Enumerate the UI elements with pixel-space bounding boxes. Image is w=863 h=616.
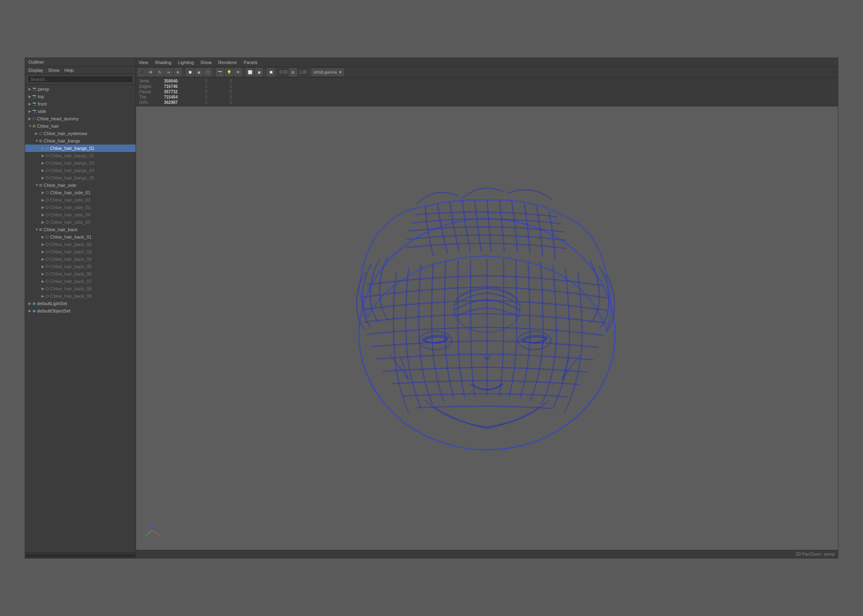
verts-sel: 0 [205, 78, 230, 84]
outliner-item-chloe_hair[interactable]: ▼⊞Chloe_hair [25, 122, 136, 130]
outliner-item-front[interactable]: ▶📷front [25, 100, 136, 108]
outliner-horizontal-scrollbar[interactable] [25, 552, 136, 558]
toolbar-sep-6 [309, 69, 310, 76]
menu-renderer[interactable]: Renderer [218, 60, 237, 65]
outliner-item-chloe_hair_side_04[interactable]: ▶⬡Chloe_hair_side_04 [25, 211, 136, 218]
edges-label: Edges: [139, 84, 164, 89]
toolbar-label-zoom: 1.00 [299, 70, 307, 74]
svg-line-4 [152, 530, 159, 535]
toolbar-btn-symmetry[interactable]: ⬡ [204, 68, 212, 76]
outliner-item-side[interactable]: ▶📷side [25, 108, 136, 115]
viewport-panel: View Shading Lighting Show Renderer Pane… [136, 58, 838, 558]
edges-total: 0 [230, 84, 254, 89]
toolbar-btn-smooth[interactable]: ◼ [255, 68, 263, 76]
outliner-item-chloe_hair_side_05[interactable]: ▶⬡Chloe_hair_side_05 [25, 218, 136, 226]
tris-sel: 0 [205, 94, 230, 100]
viewport-canvas[interactable]: X Y Z [136, 106, 838, 550]
toolbar-btn-resolution[interactable]: 🔲 [267, 68, 275, 76]
outliner-item-defaultLightSet[interactable]: ▶◉defaultLightSet [25, 300, 136, 307]
outliner-list: ▶📷persp▶📷top▶📷front▶📷side▶⬡Chloe_head_du… [25, 85, 136, 552]
gamma-dropdown[interactable]: sRGB gamma ▼ [312, 69, 344, 76]
menu-shading[interactable]: Shading [155, 60, 171, 65]
outliner-item-top[interactable]: ▶📷top [25, 93, 136, 100]
outliner-item-defaultObjectSet[interactable]: ▶◉defaultObjectSet [25, 307, 136, 315]
outliner-item-chloe_hair_side_02[interactable]: ▶⬡Chloe_hair_side_02 [25, 196, 136, 204]
svg-point-2 [518, 331, 551, 349]
toolbar-sep-3 [244, 69, 244, 76]
toolbar-btn-soft[interactable]: ◉ [195, 68, 203, 76]
toolbar-btn-wireframe[interactable]: ⬜ [246, 68, 254, 76]
outliner-item-chloe_hair_back_08[interactable]: ▶⬡Chloe_hair_back_08 [25, 285, 136, 292]
toolbar-btn-snap[interactable]: 🔲 [186, 68, 194, 76]
toolbar-sep-2 [214, 69, 214, 76]
outliner-item-persp[interactable]: ▶📷persp [25, 85, 136, 93]
edges-sel: 0 [205, 84, 230, 89]
uvs-value: 362987 [164, 100, 205, 105]
outliner-item-chloe_hair_back_06[interactable]: ▶⬡Chloe_hair_back_06 [25, 270, 136, 278]
outliner-item-chloe_hair_back_03[interactable]: ▶⬡Chloe_hair_back_03 [25, 248, 136, 255]
outliner-item-chloe_hair_back_01[interactable]: ▶⬡Chloe_hair_back_01 [25, 233, 136, 241]
edges-value: 716746 [164, 84, 205, 89]
outliner-item-chloe_hair_bangs_04[interactable]: ▶⬡Chloe_hair_bangs_04 [25, 167, 136, 174]
toolbar-btn-camera[interactable]: 📷 [216, 68, 224, 76]
toolbar-sep-5 [277, 69, 277, 76]
verts-label: Verts: [139, 78, 164, 84]
svg-line-6 [146, 530, 152, 535]
toolbar-btn-light[interactable]: 💡 [225, 68, 233, 76]
outliner-item-chloe_hair_back[interactable]: ▼⊞Chloe_hair_back [25, 226, 136, 233]
toolbar-btn-coord[interactable]: ⊞ [289, 68, 297, 76]
outliner-item-chloe_hair_bangs_02[interactable]: ▶⬡Chloe_hair_bangs_02 [25, 152, 136, 159]
toolbar-sep-4 [265, 69, 265, 76]
viewport-footer: 2D Pan/Zoom : persp [136, 550, 838, 558]
faces-total: 0 [230, 89, 254, 94]
toolbar-btn-move[interactable]: ✥ [147, 68, 155, 76]
toolbar-btn-select[interactable]: ⬛ [138, 68, 146, 76]
toolbar-sep-1 [184, 69, 184, 76]
tris-value: 715454 [164, 94, 205, 100]
toolbar-btn-rotate[interactable]: ↻ [156, 68, 164, 76]
viewport-menubar: View Shading Lighting Show Renderer Pane… [136, 58, 838, 67]
viewport-toolbar: ⬛ ✥ ↻ ⇔ ⊕ 🔲 ◉ ⬡ 📷 💡 👁 ⬜ ◼ 🔲 0.00 ⊞ 1.00 … [136, 67, 838, 78]
outliner-title: Outliner [25, 58, 136, 67]
outliner-item-chloe_hair_bangs_05[interactable]: ▶⬡Chloe_hair_bangs_05 [25, 174, 136, 182]
toolbar-label-coord: 0.00 [279, 70, 287, 74]
toolbar-btn-show-hide[interactable]: 👁 [234, 68, 242, 76]
faces-label: Faces: [139, 89, 164, 94]
uvs-sel: 0 [205, 100, 230, 105]
outliner-item-chloe_hair_back_09[interactable]: ▶⬡Chloe_hair_back_09 [25, 292, 136, 300]
outliner-item-chloe_hair_bangs[interactable]: ▼⊞Chloe_hair_bangs [25, 137, 136, 145]
outliner-menu-help[interactable]: Help [65, 68, 74, 73]
menu-lighting[interactable]: Lighting [178, 60, 194, 65]
outliner-item-chloe_hair_back_07[interactable]: ▶⬡Chloe_hair_back_07 [25, 278, 136, 285]
outliner-item-chloe_hair_bangs_01[interactable]: ▶⬡Chloe_hair_bangs_01 [25, 145, 136, 152]
outliner-menu-display[interactable]: Display [28, 68, 43, 73]
outliner-item-chloe_hair_eyebrows[interactable]: ▶⬡Chloe_hair_eyebrows [25, 130, 136, 137]
faces-value: 357732 [164, 89, 205, 94]
toolbar-btn-universal[interactable]: ⊕ [174, 68, 182, 76]
menu-show[interactable]: Show [201, 60, 212, 65]
outliner-search-bar [25, 74, 136, 85]
menu-view[interactable]: View [138, 60, 148, 65]
outliner-menu: Display Show Help [25, 67, 136, 74]
tris-total: 0 [230, 94, 254, 100]
faces-sel: 0 [205, 89, 230, 94]
outliner-item-chloe_hair_back_04[interactable]: ▶⬡Chloe_hair_back_04 [25, 255, 136, 263]
outliner-item-chloe_hair_back_02[interactable]: ▶⬡Chloe_hair_back_02 [25, 241, 136, 248]
menu-panels[interactable]: Panels [244, 60, 258, 65]
outliner-item-chloe_hair_side_03[interactable]: ▶⬡Chloe_hair_side_03 [25, 204, 136, 211]
uvs-label: UVs: [139, 100, 164, 105]
outliner-item-chloe_hair_side[interactable]: ▼⊞Chloe_hair_side [25, 182, 136, 189]
outliner-item-chloe_hair_bangs_03[interactable]: ▶⬡Chloe_hair_bangs_03 [25, 159, 136, 167]
search-input[interactable] [28, 76, 133, 83]
verts-value: 359040 [164, 78, 205, 84]
axis-indicator: X Y Z [144, 522, 161, 538]
camera-label: 2D Pan/Zoom : persp [796, 552, 835, 556]
outliner-item-chloe_hair_back_05[interactable]: ▶⬡Chloe_hair_back_05 [25, 263, 136, 270]
outliner-item-chloe_hair_side_01[interactable]: ▶⬡Chloe_hair_side_01 [25, 189, 136, 196]
toolbar-btn-scale[interactable]: ⇔ [165, 68, 173, 76]
svg-text:X: X [159, 534, 161, 537]
mesh-wireframe [136, 106, 838, 550]
outliner-menu-show[interactable]: Show [48, 68, 60, 73]
outliner-item-chloe_head_dummy[interactable]: ▶⬡Chloe_head_dummy [25, 115, 136, 122]
outliner-panel: Outliner Display Show Help ▶📷persp▶📷top▶… [25, 58, 136, 558]
